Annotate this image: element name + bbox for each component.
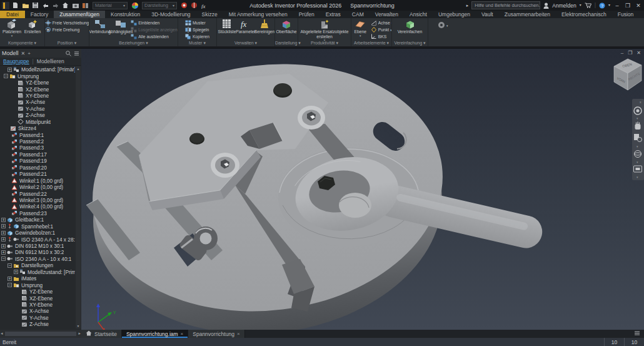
ribbon-tab-skizze[interactable]: Skizze xyxy=(196,11,223,18)
tree-item[interactable]: Passend:23 xyxy=(0,210,75,216)
tree-item[interactable]: XZ-Ebene xyxy=(0,86,75,92)
ribbon-extra-icon[interactable] xyxy=(438,20,445,31)
button-abgeleitete-ersatzobjekte-erstellen[interactable]: Abgeleitete Ersatzobjekte erstellen▾ xyxy=(299,19,350,41)
group-label-komponente[interactable]: Komponente ▾ xyxy=(0,41,44,46)
group-label-darstellung[interactable]: Darstellung ▾ xyxy=(275,41,298,46)
tree-item[interactable]: +DIN 6912 M10 x 30:1 xyxy=(0,243,75,249)
browser-add-tab-icon[interactable]: + xyxy=(28,51,31,56)
browser-menu-icon[interactable] xyxy=(74,51,79,56)
expand-icon[interactable]: + xyxy=(1,237,6,242)
scroll-down-icon[interactable]: ▼ xyxy=(76,323,81,328)
adjust-icon[interactable] xyxy=(180,1,188,9)
expand-icon[interactable]: + xyxy=(1,231,6,235)
button-einblenden[interactable]: Einblenden xyxy=(131,20,177,26)
button-losgel-ste-anzeigen[interactable]: Losgelöste anzeigen xyxy=(131,27,177,33)
tree-item[interactable]: −Ursprung xyxy=(0,282,75,288)
expand-icon[interactable]: + xyxy=(8,68,12,72)
button-kopieren[interactable]: Kopieren xyxy=(185,34,209,40)
tree-item[interactable]: +Spannhebel:1 xyxy=(0,223,75,230)
button-punkt[interactable]: Punkt▾ xyxy=(371,27,391,33)
group-label-verwalten[interactable]: Verwalten ▾ xyxy=(217,41,274,46)
tree-item[interactable]: Z-Achse xyxy=(0,112,75,118)
expand-icon[interactable]: + xyxy=(1,218,6,222)
restore-button[interactable]: ❐ xyxy=(624,3,631,9)
tree-item[interactable]: Winkel:2 (0,00 grd) xyxy=(0,184,75,190)
tab-close-icon[interactable]: × xyxy=(181,331,184,337)
doc-tab-spannvorrichtung[interactable]: Spannvorrichtung× xyxy=(188,330,244,338)
help-search-input[interactable]: Hilfe und Befehle durchsuchen.. xyxy=(471,1,540,9)
tree-item[interactable]: Passend:1 xyxy=(0,131,75,138)
ribbon-tab-cam[interactable]: CAM xyxy=(346,11,370,18)
group-label-arbeitselemente[interactable]: Arbeitselemente ▾ xyxy=(351,41,391,46)
save-icon[interactable] xyxy=(31,1,39,9)
expand-icon[interactable]: + xyxy=(8,277,12,281)
ribbon-tab-pr-fen[interactable]: Prüfen xyxy=(293,11,320,18)
tree-item[interactable]: −Ursprung xyxy=(0,73,75,79)
appearance-dropdown[interactable]: Darstellung▾ xyxy=(142,2,177,9)
tree-horizontal-scrollbar[interactable]: ◂ ▸ xyxy=(0,330,81,338)
button-alle-ausblenden[interactable]: Alle ausblenden xyxy=(131,34,177,40)
ribbon-tab-zusammenarbeiten[interactable]: Zusammenarbeiten xyxy=(499,11,556,18)
tree-item[interactable]: Winkel:3 (0,00 grd) xyxy=(0,197,75,203)
ribbon-tab-elektromechanisch[interactable]: Elektromechanisch xyxy=(556,11,612,18)
button-parameter[interactable]: fxParameter xyxy=(236,19,255,34)
tree-item[interactable]: Passend:19 xyxy=(0,158,75,164)
tree-item[interactable]: Winkel:1 (0,00 grd) xyxy=(0,177,75,183)
tree-item[interactable]: +iMates xyxy=(0,275,75,282)
material-dropdown[interactable]: Material▾ xyxy=(93,2,128,9)
capture-icon[interactable] xyxy=(71,1,79,9)
tree-item[interactable]: +Gleitbacke:1 xyxy=(0,216,75,223)
ribbon-tab-3d-modellierung[interactable]: 3D-Modellierung xyxy=(146,11,196,18)
browser-close-icon[interactable]: ✕ xyxy=(21,51,26,56)
tree-item[interactable]: Y-Achse xyxy=(0,106,75,112)
button-platzieren[interactable]: Platzieren▾ xyxy=(2,19,23,38)
ribbon-tab-verwalten[interactable]: Verwalten xyxy=(370,11,404,18)
ribbon-tab-factory[interactable]: Factory xyxy=(25,11,54,18)
doc-tab-spannvorrichtung-iam[interactable]: Spannvorrichtung.iam× xyxy=(122,330,188,338)
tree-item[interactable]: Winkel:4 (0,00 grd) xyxy=(0,203,75,210)
ribbon-tab-vault[interactable]: Vault xyxy=(476,11,499,18)
redo-icon[interactable] xyxy=(51,1,59,9)
tree-item[interactable]: +Modellzustand: [Primär] xyxy=(0,269,75,275)
fx-small-icon[interactable]: fx xyxy=(200,1,208,9)
tree-item[interactable]: X-Achse xyxy=(0,308,75,314)
tree-item[interactable]: X-Achse xyxy=(0,99,75,105)
tree-item[interactable]: −Darstellungen xyxy=(0,262,75,268)
tree-item[interactable]: Y-Achse xyxy=(0,315,75,321)
ribbon-tab-simulation[interactable]: Simulation xyxy=(639,11,644,18)
button-bereinigen[interactable]: Bereinigen xyxy=(255,19,274,34)
button-oberfl-che[interactable]: Oberfläche xyxy=(276,19,297,34)
open-icon[interactable] xyxy=(21,1,29,9)
ribbon-extra-arrow[interactable]: ▾ xyxy=(446,24,448,28)
button-muster[interactable]: Muster xyxy=(185,20,209,26)
adjust2-icon[interactable] xyxy=(190,1,198,9)
tab-close-icon[interactable]: × xyxy=(237,331,240,337)
button-freie-drehung[interactable]: Freie Drehung xyxy=(45,27,89,33)
ribbon-tab-datei[interactable]: Datei xyxy=(0,11,25,18)
signin-button[interactable]: Anmelden xyxy=(552,3,576,9)
tree-item[interactable]: +ISO 2340 A A - 14 x 28:1 xyxy=(0,236,75,242)
expand-icon[interactable]: + xyxy=(1,244,6,248)
button-vereinfachen[interactable]: Vereinfachen xyxy=(400,19,420,34)
colorwheel-icon[interactable] xyxy=(131,1,139,9)
tree-item[interactable]: +Modellzustand: [Primär] xyxy=(0,66,75,73)
inventor-logo-icon[interactable] xyxy=(1,1,9,9)
tree-item[interactable]: XZ-Ebene xyxy=(0,295,75,301)
tree-item[interactable]: Passend:2 xyxy=(0,138,75,145)
tree-item[interactable]: +Gewindebolzen:1 xyxy=(0,230,75,236)
new-document-icon[interactable] xyxy=(11,1,19,9)
ribbon-tab-extras[interactable]: Extras xyxy=(320,11,346,18)
ribbon-tab-umgebungen[interactable]: Umgebungen xyxy=(433,11,476,18)
minimize-button[interactable]: – xyxy=(613,3,621,9)
group-label-beziehungen[interactable]: Beziehungen ▾ xyxy=(89,41,178,46)
button-freie-verschiebung[interactable]: Freie Verschiebung xyxy=(45,20,89,26)
button-achse[interactable]: Achse▾ xyxy=(371,20,391,26)
tree-item[interactable]: Passend:21 xyxy=(0,171,75,177)
ribbon-tab-ansicht[interactable]: Ansicht xyxy=(404,11,433,18)
signin-menu-arrow[interactable]: ▾ xyxy=(580,1,581,9)
group-label-produktivität[interactable]: Produktivität ▾ xyxy=(298,41,351,46)
ribbon-tab-zusammenf-gen[interactable]: Zusammenfügen xyxy=(54,11,105,18)
expand-icon[interactable]: + xyxy=(14,270,18,274)
scroll-right-icon[interactable]: ▸ xyxy=(78,331,81,336)
group-label-vereinfachung[interactable]: Vereinfachung ▾ xyxy=(392,41,428,46)
